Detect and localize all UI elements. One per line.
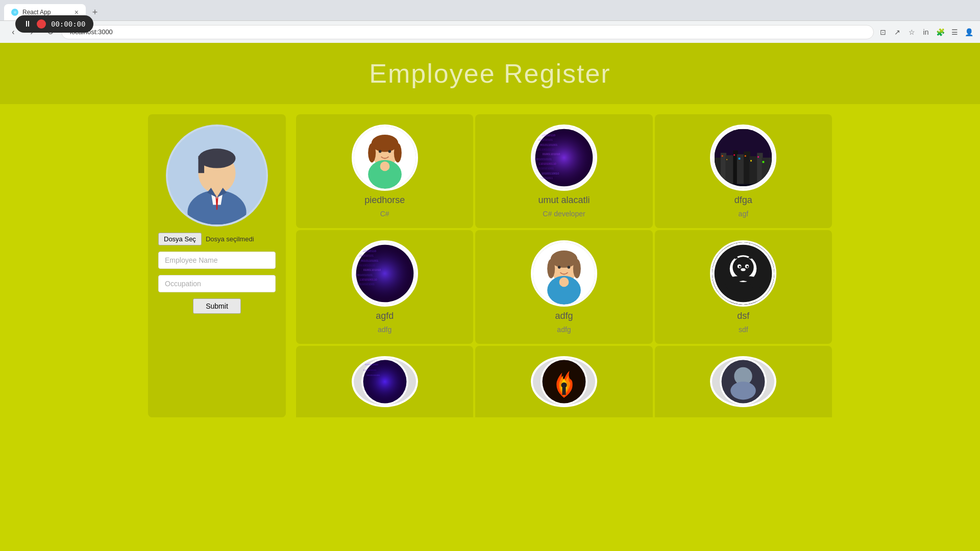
svg-text:11010010101: 11010010101 bbox=[356, 254, 373, 257]
employee-card-partial: 01001010110 11010010101 00101101001 bbox=[296, 346, 473, 417]
svg-text:11010010101: 11010010101 bbox=[363, 369, 377, 371]
ext-icon-2[interactable]: ☰ bbox=[949, 27, 960, 37]
svg-text:10100110010: 10100110010 bbox=[542, 172, 559, 175]
svg-point-65 bbox=[558, 266, 561, 269]
svg-point-11 bbox=[378, 150, 381, 153]
svg-point-63 bbox=[547, 259, 555, 279]
svg-text:01001101010: 01001101010 bbox=[363, 268, 380, 271]
employee-avatar bbox=[531, 240, 597, 307]
file-input-row: Dosya Seç Dosya seçilmedi bbox=[158, 233, 276, 245]
url-bar[interactable]: localhost:3000 bbox=[61, 25, 874, 39]
employee-card: dsf sdf bbox=[655, 230, 832, 344]
svg-text:01101001011: 01101001011 bbox=[535, 177, 553, 180]
svg-rect-44 bbox=[739, 158, 741, 160]
employee-card: piedhorse C# bbox=[296, 114, 473, 228]
ext-icon-1[interactable]: 🧩 bbox=[935, 27, 945, 37]
employee-occupation: agf bbox=[739, 210, 748, 218]
svg-rect-5 bbox=[199, 156, 205, 173]
svg-text:11010100110: 11010100110 bbox=[359, 278, 377, 281]
employee-card: dfga agf bbox=[655, 114, 832, 228]
employee-name: umut alacatli bbox=[538, 195, 590, 206]
svg-rect-45 bbox=[745, 155, 746, 157]
address-bar: ‹ › ↻ localhost:3000 ⊡ ↗ ☆ in 🧩 ☰ 👤 bbox=[0, 20, 980, 43]
avatar-preview bbox=[166, 124, 268, 227]
svg-point-79 bbox=[741, 268, 746, 271]
linkedin-icon[interactable]: in bbox=[921, 27, 931, 37]
employee-card-partial bbox=[655, 346, 832, 417]
employee-avatar bbox=[710, 240, 776, 307]
svg-point-10 bbox=[394, 143, 401, 163]
tab-title: React App bbox=[22, 9, 51, 16]
recording-overlay: ⏸ 00:00:00 bbox=[15, 15, 93, 33]
employee-occupation: adfg bbox=[557, 325, 571, 334]
svg-rect-46 bbox=[750, 160, 752, 162]
employee-occupation: sdf bbox=[739, 325, 748, 334]
svg-point-9 bbox=[368, 143, 376, 163]
file-choose-button[interactable]: Dosya Seç bbox=[158, 233, 202, 245]
page-title: Employee Register bbox=[15, 58, 965, 89]
employee-avatar bbox=[710, 124, 776, 191]
svg-point-88 bbox=[561, 382, 567, 388]
profile-icon[interactable]: 👤 bbox=[964, 27, 974, 37]
svg-rect-42 bbox=[726, 159, 727, 160]
svg-text:11010010101: 11010010101 bbox=[535, 138, 553, 141]
share-icon[interactable]: ↗ bbox=[892, 27, 902, 37]
svg-text:00110101001: 00110101001 bbox=[536, 167, 554, 170]
svg-text:00110101001: 00110101001 bbox=[357, 283, 374, 286]
stop-button[interactable] bbox=[37, 19, 46, 29]
employee-name: adfg bbox=[555, 311, 573, 321]
svg-rect-36 bbox=[737, 154, 745, 184]
employee-avatar bbox=[710, 356, 776, 407]
submit-button[interactable]: Submit bbox=[193, 298, 241, 314]
svg-point-12 bbox=[388, 150, 391, 153]
svg-rect-48 bbox=[763, 161, 765, 163]
employee-card: 01001010110 11010010101 00101101001 1011… bbox=[296, 230, 473, 344]
svg-point-64 bbox=[573, 259, 581, 279]
header-banner: Employee Register bbox=[0, 43, 980, 104]
screenshot-icon[interactable]: ⊡ bbox=[878, 27, 888, 37]
registration-form-card: Dosya Seç Dosya seçilmedi Submit bbox=[148, 114, 286, 417]
employee-card-partial bbox=[475, 346, 652, 417]
svg-point-72 bbox=[733, 257, 754, 278]
employee-name: agfd bbox=[376, 311, 394, 321]
employee-name: dfga bbox=[734, 195, 752, 206]
svg-text:01001010110: 01001010110 bbox=[358, 249, 376, 253]
svg-point-68 bbox=[559, 278, 569, 287]
recording-timer: 00:00:00 bbox=[51, 20, 85, 28]
occupation-input[interactable] bbox=[158, 275, 276, 292]
employee-occupation: C# bbox=[380, 210, 389, 218]
svg-text:00101101001: 00101101001 bbox=[540, 143, 557, 146]
employee-name: dsf bbox=[737, 311, 749, 321]
employee-avatar: 01001010110 11010010101 00101101001 bbox=[352, 356, 418, 407]
employee-occupation: adfg bbox=[378, 325, 391, 334]
employee-grid: piedhorse C# 0100 bbox=[296, 114, 832, 417]
svg-point-93 bbox=[731, 382, 756, 399]
tab-bar: ⚛ React App × + bbox=[0, 0, 980, 20]
main-content: Dosya Seç Dosya seçilmedi Submit bbox=[0, 114, 980, 417]
svg-rect-89 bbox=[562, 388, 566, 395]
employee-card: 01001010110 11010010101 00101101001 1011… bbox=[475, 114, 652, 228]
page-content: Employee Register bbox=[0, 43, 980, 551]
employee-name-input[interactable] bbox=[158, 252, 276, 269]
svg-text:01001010110: 01001010110 bbox=[537, 134, 555, 137]
employee-occupation: C# developer bbox=[543, 210, 585, 218]
browser-chrome: ⚛ React App × + ‹ › ↻ localhost:3000 ⊡ ↗… bbox=[0, 0, 980, 43]
svg-text:10010010101: 10010010101 bbox=[534, 158, 552, 161]
employee-card: adfg adfg bbox=[475, 230, 652, 344]
svg-rect-43 bbox=[734, 154, 736, 156]
svg-point-14 bbox=[380, 162, 389, 171]
svg-point-66 bbox=[568, 266, 571, 269]
svg-point-77 bbox=[739, 266, 741, 268]
browser-toolbar: ⊡ ↗ ☆ in 🧩 ☰ 👤 bbox=[878, 27, 974, 37]
svg-text:10110010110: 10110010110 bbox=[357, 264, 375, 267]
tab-favicon: ⚛ bbox=[11, 9, 18, 16]
svg-text:01001101010: 01001101010 bbox=[543, 153, 560, 156]
svg-text:00101101001: 00101101001 bbox=[361, 259, 378, 262]
svg-text:11010100110: 11010100110 bbox=[538, 162, 556, 165]
pause-icon[interactable]: ⏸ bbox=[23, 19, 32, 29]
bookmark-icon[interactable]: ☆ bbox=[906, 27, 917, 37]
svg-text:01001010110: 01001010110 bbox=[365, 363, 379, 366]
svg-text:10110010110: 10110010110 bbox=[536, 148, 554, 151]
employee-avatar bbox=[531, 356, 597, 407]
employee-avatar: 01001010110 11010010101 00101101001 1011… bbox=[531, 124, 597, 191]
